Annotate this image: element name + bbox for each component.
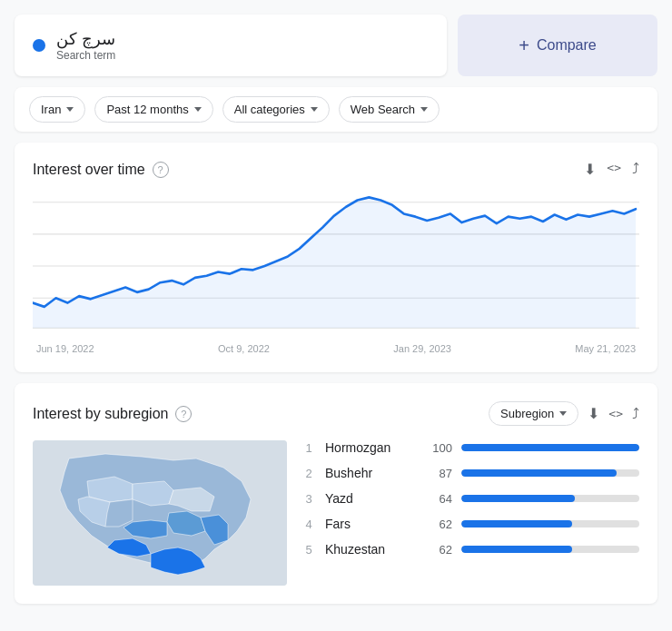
ranking-item-4: 4 Fars 62 (301, 517, 639, 531)
filter-search-type[interactable]: Web Search (339, 96, 440, 123)
compare-button[interactable]: + Compare (458, 15, 657, 76)
card-actions: ⬇ <> ⤴ (584, 161, 639, 178)
rank-region-name: Fars (325, 517, 416, 531)
search-term-text: سرچ کن Search term (56, 29, 115, 62)
ranking-item-5: 5 Khuzestan 62 (301, 542, 639, 557)
x-label-2: Oct 9, 2022 (218, 343, 270, 354)
card-title: Interest over time ? (33, 162, 169, 178)
interest-over-time-card: Interest over time ? ⬇ <> ⤴ 100 75 50 (15, 143, 657, 372)
filter-time[interactable]: Past 12 months (94, 96, 212, 123)
rank-score: 100 (425, 441, 452, 455)
rank-number: 4 (301, 518, 316, 531)
x-label-4: May 21, 2023 (575, 343, 636, 354)
rank-number: 3 (301, 492, 316, 506)
rank-bar-fill (461, 444, 639, 451)
rank-number: 5 (301, 543, 316, 557)
rank-bar-fill (461, 469, 617, 477)
subregion-title: Interest by subregion (33, 406, 168, 422)
rank-number: 2 (301, 467, 316, 480)
subregion-header: Interest by subregion ? Subregion ⬇ <> ⤴ (33, 401, 639, 426)
subregion-help-icon[interactable]: ? (175, 406, 192, 422)
rank-score: 87 (425, 467, 452, 480)
chevron-down-icon (420, 107, 428, 112)
line-chart: 100 75 50 25 (33, 192, 639, 338)
rank-bar-fill (461, 546, 572, 553)
compare-plus-icon: + (519, 35, 529, 56)
rank-number: 1 (301, 441, 316, 455)
search-term-arabic: سرچ کن (56, 29, 115, 49)
ranking-item-2: 2 Bushehr 87 (301, 466, 639, 480)
help-icon[interactable]: ? (153, 162, 169, 178)
map-svg (33, 440, 287, 586)
subregion-card-title: Interest by subregion ? (33, 406, 192, 422)
share-icon[interactable]: ⤴ (632, 406, 639, 422)
page-container: سرچ کن Search term + Compare Iran Past 1… (0, 0, 672, 618)
rank-score: 62 (425, 543, 452, 557)
interest-over-time-title: Interest over time (33, 162, 145, 178)
rank-bar-bg (461, 520, 639, 527)
download-icon[interactable]: ⬇ (584, 161, 596, 178)
filter-category-label: All categories (234, 103, 305, 116)
rank-bar-bg (461, 444, 639, 451)
rank-region-name: Bushehr (325, 466, 416, 480)
rank-region-name: Khuzestan (325, 542, 416, 557)
filter-country-label: Iran (41, 103, 61, 116)
ranking-item-1: 1 Hormozgan 100 (301, 440, 639, 455)
filter-search-type-label: Web Search (351, 103, 415, 116)
rank-bar-bg (461, 469, 639, 477)
rank-bar-bg (461, 546, 639, 553)
rank-score: 64 (425, 492, 452, 506)
search-term-label: Search term (56, 49, 115, 62)
subregion-filter: Subregion ⬇ <> ⤴ (489, 401, 639, 426)
search-dot (33, 39, 45, 52)
chevron-down-icon (66, 107, 74, 112)
interest-by-subregion-card: Interest by subregion ? Subregion ⬇ <> ⤴ (15, 383, 657, 604)
card-header: Interest over time ? ⬇ <> ⤴ (33, 161, 639, 178)
download-icon[interactable]: ⬇ (588, 405, 599, 422)
trend-area (33, 197, 636, 328)
x-label-1: Jun 19, 2022 (36, 343, 94, 354)
embed-icon[interactable]: <> (608, 407, 623, 420)
filter-bar: Iran Past 12 months All categories Web S… (15, 87, 657, 132)
ranking-item-3: 3 Yazd 64 (301, 491, 639, 506)
search-term-card: سرچ کن Search term (15, 15, 447, 76)
filter-country[interactable]: Iran (29, 96, 85, 123)
subregion-body: 1 Hormozgan 100 2 Bushehr 87 3 (33, 440, 639, 586)
rank-bar-fill (461, 495, 575, 502)
chart-x-labels: Jun 19, 2022 Oct 9, 2022 Jan 29, 2023 Ma… (33, 343, 639, 354)
subregion-dropdown[interactable]: Subregion (489, 401, 578, 426)
chevron-down-icon (194, 107, 202, 112)
chart-svg: 100 75 50 25 (33, 192, 639, 338)
embed-icon[interactable]: <> (607, 161, 621, 178)
compare-label: Compare (537, 37, 597, 54)
iran-map (33, 440, 287, 586)
x-label-3: Jan 29, 2023 (393, 343, 451, 354)
rank-bar-fill (461, 520, 572, 527)
top-section: سرچ کن Search term + Compare (15, 15, 657, 76)
subregion-dropdown-label: Subregion (500, 407, 554, 420)
rank-region-name: Hormozgan (325, 440, 416, 455)
rank-bar-bg (461, 495, 639, 502)
rank-region-name: Yazd (325, 491, 416, 506)
chevron-down-icon (311, 107, 318, 112)
chevron-down-icon (559, 411, 567, 416)
rank-score: 62 (425, 518, 452, 531)
filter-time-label: Past 12 months (106, 103, 188, 116)
share-icon[interactable]: ⤴ (632, 161, 639, 178)
rankings-list: 1 Hormozgan 100 2 Bushehr 87 3 (301, 440, 639, 557)
filter-category[interactable]: All categories (222, 96, 330, 123)
